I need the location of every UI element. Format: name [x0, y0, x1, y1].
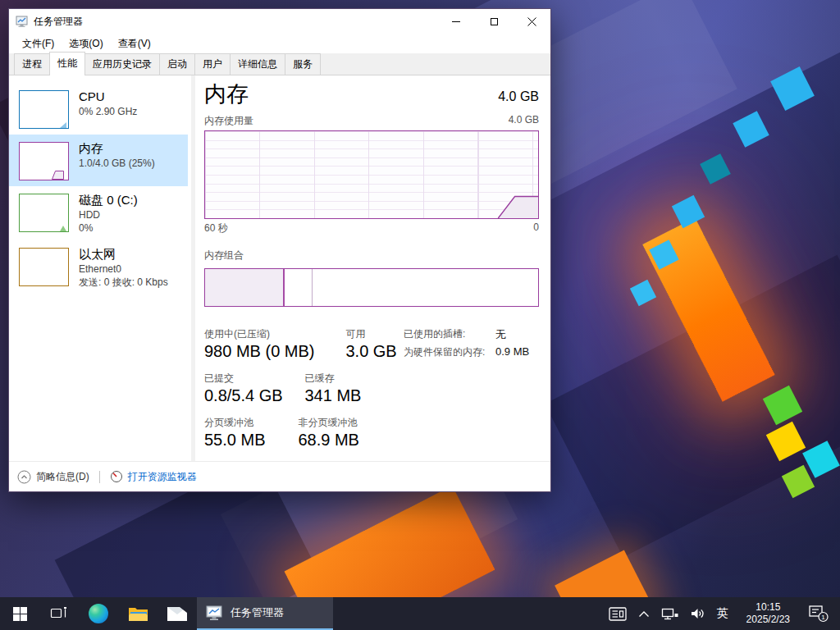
caption-buttons	[437, 9, 550, 34]
usage-graph-max: 4.0 GB	[509, 114, 539, 128]
chevron-up-circle-icon	[17, 470, 31, 484]
sidebar-item-memory[interactable]: 内存 1.0/4.0 GB (25%)	[9, 135, 188, 186]
network-button[interactable]	[655, 597, 684, 630]
fewer-details-toggle[interactable]: 简略信息(D)	[17, 470, 89, 484]
stat-cached: 已缓存 341 MB	[304, 372, 361, 406]
ethernet-network-icon	[661, 607, 678, 620]
ethernet-mini-graph	[19, 248, 69, 286]
edge-button[interactable]	[79, 597, 118, 630]
panel-title: 内存	[204, 82, 249, 107]
memory-usage-graph	[204, 130, 539, 219]
stat-non-paged-pool: 非分页缓冲池 68.9 MB	[298, 416, 358, 450]
tray-time: 10:15	[746, 601, 790, 614]
wallpaper-cyan-square	[672, 195, 705, 228]
minimize-button[interactable]	[437, 9, 475, 34]
taskbar: 任务管理器	[0, 597, 840, 630]
action-center-button[interactable]: 1	[802, 597, 835, 630]
edge-icon	[89, 604, 108, 623]
notification-icon: 1	[808, 605, 829, 623]
performance-content: CPU 0% 2.90 GHz 内存 1.0/4.0 GB (25%)	[9, 75, 550, 461]
menu-file[interactable]: 文件(F)	[16, 34, 61, 53]
sidebar-item-cpu[interactable]: CPU 0% 2.90 GHz	[9, 83, 188, 135]
stat-available: 可用 3.0 GB	[345, 327, 396, 362]
start-button[interactable]	[0, 597, 39, 630]
news-icon	[609, 607, 627, 621]
tray-date: 2025/2/23	[746, 614, 790, 626]
stat-hardware-reserved: 为硬件保留的内存: 0.9 MB	[404, 345, 529, 359]
task-manager-taskbar-icon	[206, 605, 224, 621]
stat-in-use: 使用中(已压缩) 980 MB (0 MB)	[204, 327, 342, 362]
cpu-title: CPU	[79, 89, 137, 105]
resource-monitor-icon	[110, 470, 123, 483]
system-tray: 英 10:15 2025/2/23 1	[603, 597, 840, 630]
hardware-stats: 已使用的插槽: 无 为硬件保留的内存: 0.9 MB	[404, 327, 529, 363]
graph-x-right: 0	[533, 221, 539, 235]
open-resource-monitor-link[interactable]: 打开资源监视器	[110, 470, 197, 484]
disk-mini-graph	[19, 194, 69, 232]
volume-button[interactable]	[684, 597, 711, 630]
menu-bar: 文件(F) 选项(O) 查看(V)	[9, 34, 550, 53]
composition-divider	[312, 269, 313, 306]
task-view-icon	[50, 606, 68, 621]
composition-label: 内存组合	[204, 249, 539, 262]
footer-bar: 简略信息(D) 打开资源监视器	[9, 461, 550, 491]
task-manager-icon	[16, 16, 29, 28]
minimize-icon	[452, 21, 460, 22]
mail-icon	[167, 607, 187, 621]
disk-title: 磁盘 0 (C:)	[79, 192, 138, 208]
disk-mini-spike	[60, 225, 67, 231]
windows-logo-icon	[13, 607, 27, 621]
disk-type: HDD	[79, 208, 138, 221]
news-interests-button[interactable]	[603, 597, 632, 630]
sidebar-scrollbar[interactable]	[191, 75, 195, 461]
sidebar-item-disk[interactable]: 磁盘 0 (C:) HDD 0%	[9, 186, 188, 240]
cpu-mini-graph	[19, 90, 69, 129]
tab-services[interactable]: 服务	[285, 53, 321, 75]
footer-separator	[99, 471, 100, 483]
cpu-stats: 0% 2.90 GHz	[79, 105, 137, 118]
ethernet-adapter: Ethernet0	[79, 262, 168, 276]
maximize-button[interactable]	[475, 9, 513, 34]
speaker-icon	[690, 607, 705, 620]
memory-usage-fill	[498, 197, 538, 219]
file-explorer-button[interactable]	[118, 597, 158, 630]
wallpaper-cyan-square	[630, 280, 656, 306]
disk-usage: 0%	[79, 221, 138, 235]
stat-committed: 已提交 0.8/5.4 GB	[204, 372, 301, 406]
composition-in-use	[205, 269, 285, 306]
task-manager-window: 任务管理器 文件(F) 选项(O) 查看(V) 进程 性能 应用历史记录 启	[8, 8, 551, 492]
tab-details[interactable]: 详细信息	[230, 53, 285, 75]
tab-app-history[interactable]: 应用历史记录	[84, 53, 160, 75]
memory-capacity: 4.0 GB	[498, 89, 539, 107]
tab-performance[interactable]: 性能	[49, 52, 85, 75]
desktop: 任务管理器 文件(F) 选项(O) 查看(V) 进程 性能 应用历史记录 启	[0, 0, 840, 630]
usage-graph-label: 内存使用量	[204, 114, 253, 128]
menu-options[interactable]: 选项(O)	[62, 34, 109, 53]
close-icon	[527, 17, 536, 26]
tab-processes[interactable]: 进程	[14, 53, 50, 75]
taskbar-task-manager-button[interactable]: 任务管理器	[197, 597, 333, 630]
menu-view[interactable]: 查看(V)	[112, 34, 158, 53]
stat-slots-used: 已使用的插槽: 无	[404, 327, 529, 342]
tab-users[interactable]: 用户	[194, 53, 231, 75]
wallpaper-cyan-square	[733, 111, 769, 147]
chevron-up-icon	[638, 610, 650, 618]
memory-mini-graph	[19, 142, 69, 180]
memory-mini-plateau	[52, 171, 64, 180]
taskbar-task-label: 任务管理器	[231, 605, 284, 620]
memory-stats: 使用中(已压缩) 980 MB (0 MB) 可用 3.0 GB 已提交 0.8…	[204, 327, 539, 450]
task-view-button[interactable]	[39, 597, 79, 630]
wallpaper-teal-square	[700, 153, 731, 185]
titlebar: 任务管理器	[9, 9, 550, 34]
notification-badge: 1	[821, 614, 825, 621]
cpu-mini-spike	[60, 121, 67, 128]
performance-sidebar: CPU 0% 2.90 GHz 内存 1.0/4.0 GB (25%)	[9, 75, 203, 461]
clock[interactable]: 10:15 2025/2/23	[734, 597, 802, 630]
sidebar-item-ethernet[interactable]: 以太网 Ethernet0 发送: 0 接收: 0 Kbps	[9, 240, 188, 294]
tray-overflow-button[interactable]	[632, 597, 655, 630]
close-button[interactable]	[513, 9, 550, 34]
mail-button[interactable]	[158, 597, 197, 630]
tab-startup[interactable]: 启动	[159, 53, 195, 75]
language-indicator[interactable]: 英	[711, 597, 734, 630]
memory-composition-bar	[204, 268, 539, 307]
